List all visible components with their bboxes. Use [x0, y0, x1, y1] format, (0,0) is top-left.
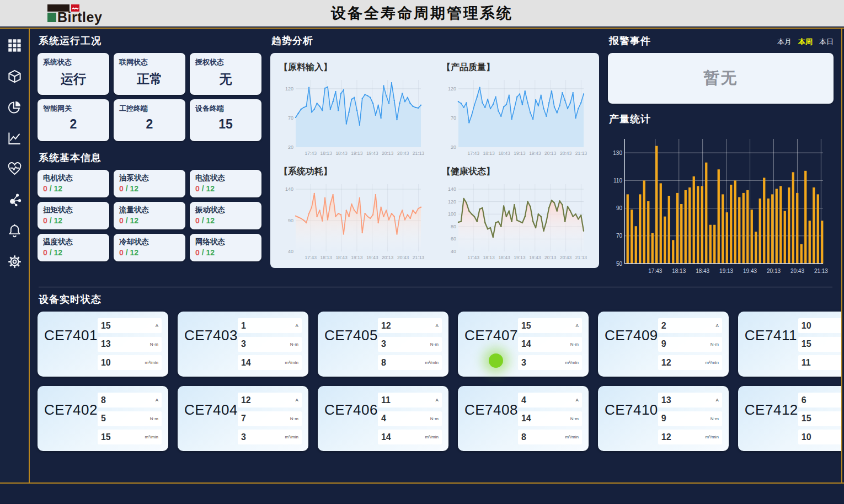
raw-input-chart-title: 【原料输入】 [279, 62, 428, 73]
network-nodes-icon[interactable] [7, 192, 22, 207]
metric-value: 8 [521, 432, 526, 442]
metric-unit: m³/min [565, 435, 578, 439]
svg-text:140: 140 [448, 186, 456, 192]
metric-value: 13 [101, 339, 111, 349]
trend-panel: 【原料输入】 17:4318:1318:4319:1319:4320:1320:… [270, 53, 599, 268]
gear-icon[interactable] [7, 254, 22, 269]
metric-unit: N·m [150, 416, 158, 421]
metric-value: 9 [661, 414, 666, 423]
svg-text:20:13: 20:13 [544, 255, 557, 260]
svg-text:18:13: 18:13 [483, 151, 495, 156]
device-card-ce7402[interactable]: CE7402 8A 5N·m 15m³/min [38, 386, 168, 451]
svg-text:21:13: 21:13 [814, 268, 828, 274]
device-name: CE7406 [324, 401, 378, 419]
svg-text:130: 130 [613, 150, 622, 156]
metric-value: 12 [241, 395, 251, 405]
metric-value: 15 [802, 414, 811, 423]
svg-text:20:13: 20:13 [382, 151, 394, 156]
svg-text:19:43: 19:43 [743, 268, 757, 274]
info-card-motor: 电机状态 0/ 12 [38, 170, 109, 197]
device-metric-row: 3m³/min [518, 355, 582, 370]
info-card-label: 网络状态 [195, 237, 256, 247]
device-card-ce7405[interactable]: CE7405 12A 3N·m 8m³/min [318, 312, 448, 377]
total-count: / 12 [50, 184, 62, 193]
metric-value: 5 [101, 414, 106, 423]
device-metric-row: 12A [378, 318, 442, 333]
metric-unit: N·m [430, 342, 439, 347]
device-card-ce7406[interactable]: CE7406 11A 4N·m 14m³/min [318, 386, 448, 451]
svg-text:19:43: 19:43 [366, 151, 378, 156]
sidebar-nav [0, 29, 30, 482]
system-status-grid: 系统状态 运行 联网状态 正常 授权状态 无 智能网关 2 [38, 53, 261, 141]
device-card-ce7407[interactable]: CE7407 15A 14N·m 3m³/min [458, 312, 589, 377]
device-card-ce7412[interactable]: CE7412 6A 15N·m 10m³/min [738, 386, 841, 451]
info-card-label: 电流状态 [195, 173, 256, 183]
metric-unit: N·m [290, 416, 298, 421]
metric-value: 15 [101, 321, 111, 331]
svg-text:70: 70 [451, 115, 456, 121]
metric-value: 15 [802, 339, 811, 349]
device-metric-row: 13A [658, 393, 722, 408]
bell-icon[interactable] [7, 223, 22, 238]
line-chart-icon[interactable] [7, 130, 22, 146]
apps-grid-icon[interactable] [7, 37, 22, 53]
status-card-network: 联网状态 正常 [114, 53, 185, 95]
metric-unit: A [716, 398, 719, 403]
device-metric-row: 8m³/min [518, 430, 582, 444]
alarm-tab-day[interactable]: 本日 [819, 37, 834, 47]
svg-text:20:13: 20:13 [382, 255, 394, 260]
metric-unit: A [436, 398, 439, 403]
device-card-ce7410[interactable]: CE7410 13A 9N·m 12m³/min [598, 386, 729, 451]
total-count: / 12 [50, 216, 62, 225]
metric-value: 8 [101, 395, 106, 405]
svg-text:120: 120 [448, 199, 456, 205]
device-card-ce7411[interactable]: CE7411 10A 15N·m 11m³/min [738, 312, 841, 377]
pie-chart-icon[interactable] [7, 99, 22, 115]
metric-value: 11 [381, 395, 391, 405]
total-count: / 12 [202, 184, 215, 193]
device-card-ce7403[interactable]: CE7403 1A 3N·m 14m³/min [178, 312, 308, 377]
status-card-value: 无 [195, 71, 256, 88]
alarm-tab-week[interactable]: 本周 [798, 37, 813, 47]
health-chart-title: 【健康状态】 [442, 166, 590, 178]
alarm-tab-month[interactable]: 本月 [777, 37, 792, 47]
status-card-label: 系统状态 [43, 57, 104, 67]
metric-value: 14 [521, 339, 531, 349]
device-card-ce7404[interactable]: CE7404 12A 7N·m 3m³/min [178, 386, 308, 451]
metric-unit: A [156, 398, 158, 403]
raw-input-chart: 【原料输入】 17:4318:1318:4319:1319:4320:1320:… [279, 60, 428, 160]
status-card-label: 智能网关 [43, 104, 104, 114]
product-quality-chart: 【产品质量】 17:4318:1318:4319:1319:4320:1320:… [442, 60, 590, 160]
device-metric-row: 15N·m [798, 337, 841, 352]
metric-value: 14 [381, 432, 391, 442]
total-count: / 12 [202, 216, 215, 225]
svg-text:100: 100 [448, 211, 456, 217]
power-chart: 【系统功耗】 17:4318:1318:4319:1319:4320:1320:… [279, 164, 428, 265]
svg-text:20:13: 20:13 [767, 268, 781, 274]
info-card-oilpump: 油泵状态 0/ 12 [114, 170, 185, 197]
device-card-ce7401[interactable]: CE7401 15A 13N·m 10m³/min [38, 312, 168, 377]
metric-unit: A [296, 323, 298, 328]
device-card-ce7409[interactable]: CE7409 2A 9N·m 12m³/min [598, 312, 729, 377]
metric-value: 4 [381, 414, 386, 423]
svg-text:19:43: 19:43 [366, 255, 378, 260]
svg-text:18:43: 18:43 [696, 268, 709, 274]
metric-value: 13 [661, 395, 671, 405]
health-pulse-icon[interactable] [7, 161, 22, 176]
device-metric-row: 14N·m [518, 411, 582, 426]
status-card-label: 联网状态 [119, 57, 180, 67]
device-metric-row: 11m³/min [798, 355, 841, 370]
device-metric-row: 8A [98, 393, 162, 408]
device-card-ce7408[interactable]: CE7408 4A 14N·m 8m³/min [458, 386, 589, 451]
info-card-current: 电流状态 0/ 12 [190, 170, 261, 197]
metric-unit: A [436, 323, 439, 328]
info-card-label: 扭矩状态 [43, 205, 104, 215]
metric-unit: m³/min [425, 435, 438, 439]
svg-text:19:13: 19:13 [514, 255, 526, 260]
metric-value: 10 [802, 432, 811, 442]
system-info-grid: 电机状态 0/ 12 油泵状态 0/ 12 电流状态 0/ 12 扭矩状态 0/… [38, 170, 261, 261]
svg-text:120: 120 [448, 86, 456, 92]
cube-icon[interactable] [7, 68, 22, 84]
status-card-gateway: 智能网关 2 [38, 99, 109, 141]
metric-value: 7 [241, 414, 246, 423]
